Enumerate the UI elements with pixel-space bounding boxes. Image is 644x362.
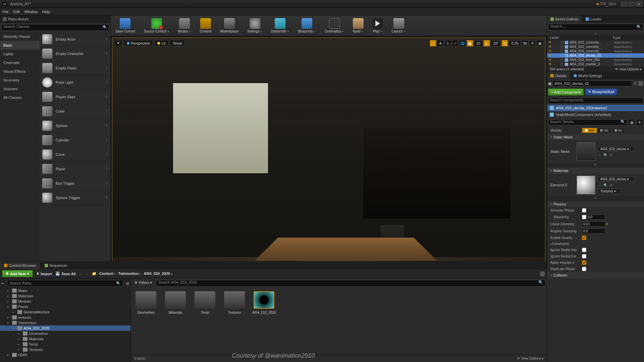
tree-node-materials[interactable]: ▸Materials <box>0 336 130 342</box>
tree-node-materials[interactable]: ▸Materials <box>0 293 130 299</box>
expand-icon[interactable]: ▸ <box>7 300 11 303</box>
import-button[interactable]: ⬇Import <box>36 272 52 276</box>
help-icon[interactable]: ? <box>105 66 108 71</box>
modes-button[interactable]: Modes▼ <box>177 17 193 34</box>
visibility-icon[interactable]: 👁 <box>548 54 553 57</box>
expand-icon[interactable]: ▸ <box>18 343 21 346</box>
play-button[interactable]: Play▼ <box>371 17 384 34</box>
use-selected-icon[interactable]: ← <box>598 153 601 157</box>
details-tab[interactable]: Details <box>547 72 570 79</box>
outliner-row[interactable]: 👁⬚AI54_010_concrete_StaticMeshAc <box>547 40 644 45</box>
visibility-icon[interactable]: 👁 <box>548 58 553 62</box>
sources-toggle-icon[interactable]: ⇤ <box>0 281 6 286</box>
search-classes-input[interactable]: Search Classes 🔍 <box>1 24 109 31</box>
outliner-view-options[interactable]: 👁 View Options ▾ <box>615 67 641 71</box>
tree-node-textures[interactable]: ▸textures <box>0 315 130 320</box>
static-mesh-section[interactable]: Static Mesh <box>547 134 644 140</box>
browse-asset-icon[interactable]: 🔍 <box>603 183 607 187</box>
expand-icon[interactable]: ▾ <box>7 321 11 324</box>
browse-asset-icon[interactable]: 🔍 <box>603 153 607 157</box>
browse-icon[interactable]: 🛈 <box>633 81 637 85</box>
menu-window[interactable]: Window <box>24 10 38 14</box>
content-view-options[interactable]: 👁 View Options ▾ <box>517 357 543 360</box>
help-icon[interactable]: ? <box>105 167 108 172</box>
tree-node-geometries[interactable]: ▸Geometries <box>0 331 130 336</box>
expand-icon[interactable]: ▸ <box>18 332 21 335</box>
help-icon[interactable]: ? <box>105 80 108 85</box>
ignore-radial-force-checkbox[interactable] <box>582 254 586 258</box>
content-item-geometries[interactable]: Geometries <box>134 291 158 314</box>
property-matrix-icon[interactable]: ▦ <box>628 119 635 126</box>
minimize-button[interactable] <box>621 2 627 6</box>
outliner-row[interactable]: 👁⬚AI54_010_front_001StaticMeshAc <box>547 58 644 62</box>
outliner-row[interactable]: 👁⬚AI54_010_marble_0StaticMeshAc <box>547 62 644 66</box>
help-icon[interactable]: ? <box>105 51 108 56</box>
enable-gravity-checkbox[interactable] <box>582 236 586 240</box>
camera-speed-icon[interactable]: 📷 <box>522 40 528 47</box>
scale-mode-icon[interactable]: ⤢ <box>452 40 459 47</box>
mass-checkbox[interactable] <box>582 215 586 219</box>
save-all-button[interactable]: 💾Save All <box>55 272 75 276</box>
help-icon[interactable]: ? <box>105 195 108 200</box>
tree-node-ai54_010_2020[interactable]: ▾AI54_010_2020 <box>0 325 130 331</box>
content-browser-tab[interactable]: Content Browser <box>0 262 41 269</box>
search-components-input[interactable]: Search Components <box>548 98 643 104</box>
lock-icon[interactable] <box>638 81 643 86</box>
rotate-mode-icon[interactable]: ↻ <box>444 40 451 47</box>
maximize-button[interactable] <box>629 2 635 6</box>
tree-node-plants[interactable]: ▾Plants <box>0 304 130 309</box>
add-component-button[interactable]: + Add Component <box>548 88 584 96</box>
reset-icon[interactable]: ↺ <box>609 183 612 187</box>
tree-node-hdri[interactable]: ▸HDRI <box>0 352 130 358</box>
ignore-radial-impulse-checkbox[interactable] <box>582 248 586 252</box>
expand-icon[interactable]: ▾ <box>7 305 11 308</box>
camera-speed-value[interactable]: 4 <box>529 40 536 46</box>
instance-row[interactable]: AI54_010_declas_02(Instance) <box>547 105 644 111</box>
help-icon[interactable]: ? <box>105 123 108 128</box>
search-paths-input[interactable]: Search Paths🔍 <box>7 280 123 287</box>
content-item-textures[interactable]: Textures <box>223 291 246 314</box>
actor-empty-pawn[interactable]: Empty Pawn? <box>40 61 110 75</box>
blueprint-add-button[interactable]: ✎ Blueprint/Add <box>585 88 617 96</box>
mass-input[interactable] <box>586 215 605 220</box>
static-mesh-thumbnail[interactable] <box>577 142 595 161</box>
actor-cone[interactable]: Cone? <box>40 147 110 162</box>
static-mesh-component-row[interactable]: StaticMeshComponent (Inherited) <box>547 111 644 118</box>
menu-file[interactable]: File <box>3 10 9 14</box>
tree-node-maps[interactable]: ▸Maps <box>0 288 130 293</box>
tree-node-textures[interactable]: ▸Textures <box>0 347 130 352</box>
category-visual-effects[interactable]: Visual Effects <box>0 67 40 76</box>
content-search-input[interactable]: Search AI54_010_2020🔍 <box>156 280 545 287</box>
filters-button[interactable]: ▼ Filters ▾ <box>132 280 154 287</box>
material-thumbnail[interactable] <box>577 176 595 194</box>
launch-button[interactable]: Launch▼ <box>390 17 407 34</box>
replicate-physics-checkbox[interactable] <box>582 267 586 271</box>
scale-snap-value[interactable]: 0.25 <box>509 40 521 46</box>
place-actors-tab[interactable]: Place Actors <box>0 15 110 23</box>
visibility-icon[interactable]: 👁 <box>548 62 553 66</box>
outliner-row[interactable]: 👁⬚AI54_010_concrete_StaticMeshAc <box>547 45 644 49</box>
reset-icon[interactable]: ↺ <box>609 153 612 157</box>
expand-bar[interactable]: ▾ <box>547 196 644 201</box>
actor-sphere-trigger[interactable]: Sphere Trigger? <box>40 191 110 205</box>
expand-icon[interactable]: ▸ <box>7 289 11 292</box>
angle-snap-icon[interactable]: ∠ <box>483 40 490 47</box>
category-volumes[interactable]: Volumes <box>0 84 40 93</box>
angle-snap-value[interactable]: 10° <box>491 40 501 46</box>
content-item-ai54_010_2020[interactable]: AI54_010_2020 <box>252 291 276 314</box>
grid-snap-value[interactable]: 10 <box>474 40 483 46</box>
viewport-maximize-icon[interactable]: ▣ <box>536 40 543 47</box>
nav-back-button[interactable]: ← <box>79 272 83 276</box>
help-icon[interactable]: ? <box>105 95 108 100</box>
tree-node-twinmotion[interactable]: ▾Twinmotion <box>0 320 130 325</box>
translate-mode-icon[interactable]: ✥ <box>437 40 444 47</box>
linear-damping-input[interactable] <box>582 222 605 227</box>
source-control-button[interactable]: Source Control▼ <box>143 17 171 34</box>
viewport-lit-button[interactable]: Lit <box>154 40 168 46</box>
actor-name-input[interactable] <box>553 80 632 86</box>
category-all-classes[interactable]: All Classes <box>0 93 40 102</box>
scale-snap-icon[interactable]: ◱ <box>501 40 508 47</box>
mobility-selector[interactable]: Stat Sta Mo <box>582 128 625 133</box>
select-mode-icon[interactable]: ⬚ <box>430 40 436 47</box>
levels-tab[interactable]: Levels <box>582 15 605 23</box>
